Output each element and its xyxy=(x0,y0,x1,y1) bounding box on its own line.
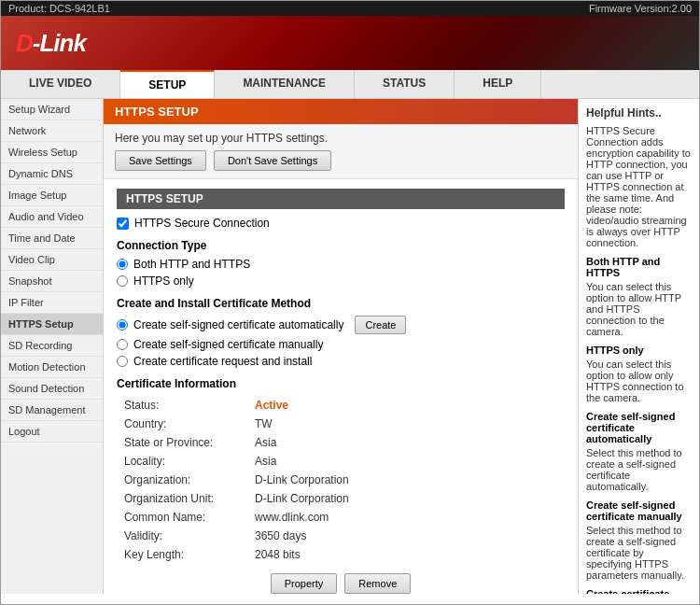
field-label-common-name: Common Name: xyxy=(117,508,247,527)
radio-row-auto: Create self-signed certificate automatic… xyxy=(117,316,565,334)
table-row: Status: Active xyxy=(117,396,565,415)
help-text-2: You can select this option to allow only… xyxy=(586,359,692,403)
help-panel: Helpful Hints.. HTTPS Secure Connection … xyxy=(578,99,699,594)
field-value-org-unit: D-Link Corporation xyxy=(247,489,565,508)
sidebar-item-audio-video[interactable]: Audio and Video xyxy=(1,206,103,228)
table-row: Validity: 3650 days xyxy=(117,527,565,545)
help-section-2: HTTPS only You can select this option to… xyxy=(586,345,692,403)
field-value-common-name: www.dlink.com xyxy=(247,508,565,527)
help-section-1: Both HTTP and HTTPS You can select this … xyxy=(586,256,692,337)
field-value-status: Active xyxy=(247,396,565,415)
radio-request-label: Create certificate request and install xyxy=(133,355,312,368)
radio-request-cert[interactable] xyxy=(117,356,128,367)
sidebar-item-dynamic-dns[interactable]: Dynamic DNS xyxy=(1,163,103,185)
help-section-5: Create certificate request and install xyxy=(586,588,692,594)
field-label-locality: Locality: xyxy=(117,452,247,471)
field-value-org: D-Link Corporation xyxy=(247,471,565,489)
main-layout: Setup Wizard Network Wireless Setup Dyna… xyxy=(1,99,699,594)
connection-type-title: Connection Type xyxy=(117,239,565,252)
cert-info-title: Certificate Information xyxy=(117,377,565,390)
table-row: Key Length: 2048 bits xyxy=(117,545,565,564)
sidebar-item-wireless-setup[interactable]: Wireless Setup xyxy=(1,142,103,163)
sidebar-item-sd-management[interactable]: SD Management xyxy=(1,400,103,421)
radio-row-manual: Create self-signed certificate manually xyxy=(117,338,565,351)
tab-status[interactable]: STATUS xyxy=(355,70,455,98)
intro-btn-row: Save Settings Don't Save Settings xyxy=(115,150,567,171)
field-label-country: Country: xyxy=(117,415,247,433)
field-value-validity: 3650 days xyxy=(247,527,565,545)
tab-setup[interactable]: SETUP xyxy=(120,70,215,98)
field-label-key-length: Key Length: xyxy=(117,545,247,564)
radio-row-https-only: HTTPS only xyxy=(117,274,565,288)
help-section-3: Create self-signed certificate automatic… xyxy=(586,411,692,492)
help-subtitle-4: Create self-signed certificate manually xyxy=(586,499,692,522)
create-button[interactable]: Create xyxy=(355,316,406,334)
table-row: Organization: D-Link Corporation xyxy=(117,471,565,489)
tab-live-video[interactable]: LIVE VIDEO xyxy=(1,70,120,98)
top-bar: Product: DCS-942LB1 Firmware Version:2.0… xyxy=(1,1,699,16)
dont-save-settings-button[interactable]: Don't Save Settings xyxy=(214,150,331,171)
radio-https-only[interactable] xyxy=(117,275,128,287)
help-subtitle-1: Both HTTP and HTTPS xyxy=(586,256,692,278)
radio-both-http-https[interactable] xyxy=(117,259,128,270)
product-label: Product: DCS-942LB1 xyxy=(8,3,110,14)
radio-auto-cert[interactable] xyxy=(117,319,128,331)
sidebar-item-setup-wizard[interactable]: Setup Wizard xyxy=(1,99,103,120)
field-label-state: State or Province: xyxy=(117,433,247,452)
https-secure-checkbox[interactable] xyxy=(117,218,129,230)
https-checkbox-row: HTTPS Secure Connection xyxy=(117,217,565,230)
save-settings-button[interactable]: Save Settings xyxy=(115,150,206,171)
field-label-status: Status: xyxy=(117,396,247,415)
field-value-country: TW xyxy=(247,415,565,433)
section-title-bar: HTTPS SETUP xyxy=(104,99,578,124)
sidebar-item-motion-detection[interactable]: Motion Detection xyxy=(1,357,103,378)
sidebar-item-ip-filter[interactable]: IP Filter xyxy=(1,292,103,314)
sidebar-item-sound-detection[interactable]: Sound Detection xyxy=(1,378,103,400)
radio-https-only-label: HTTPS only xyxy=(133,274,194,288)
sidebar-item-network[interactable]: Network xyxy=(1,120,103,142)
sidebar-item-snapshot[interactable]: Snapshot xyxy=(1,271,103,292)
help-subtitle-5: Create certificate request and install xyxy=(586,588,692,594)
table-row: State or Province: Asia xyxy=(117,433,565,452)
table-row: Locality: Asia xyxy=(117,452,565,471)
table-row: Country: TW xyxy=(117,415,565,433)
tab-maintenance[interactable]: MAINTENANCE xyxy=(215,70,355,98)
sidebar: Setup Wizard Network Wireless Setup Dyna… xyxy=(1,99,104,594)
section-intro: Here you may set up your HTTPS settings.… xyxy=(104,124,578,179)
help-subtitle-2: HTTPS only xyxy=(586,345,692,356)
radio-row-request: Create certificate request and install xyxy=(117,355,565,368)
radio-manual-cert[interactable] xyxy=(117,339,128,350)
table-row: Common Name: www.dlink.com xyxy=(117,508,565,527)
cert-method-title: Create and Install Certificate Method xyxy=(117,297,565,310)
sidebar-item-https-setup[interactable]: HTTPS Setup xyxy=(1,314,103,335)
header: D-Link xyxy=(1,16,699,70)
field-value-state: Asia xyxy=(247,433,565,452)
field-label-validity: Validity: xyxy=(117,527,247,545)
radio-both-label: Both HTTP and HTTPS xyxy=(133,258,250,271)
sidebar-item-sd-recording[interactable]: SD Recording xyxy=(1,335,103,357)
sidebar-item-image-setup[interactable]: Image Setup xyxy=(1,185,103,206)
field-label-org-unit: Organization Unit: xyxy=(117,489,247,508)
connection-type-group: Connection Type Both HTTP and HTTPS HTTP… xyxy=(117,239,565,288)
remove-button[interactable]: Remove xyxy=(344,573,411,594)
table-row: Organization Unit: D-Link Corporation xyxy=(117,489,565,508)
field-value-key-length: 2048 bits xyxy=(247,545,565,564)
help-text-1: You can select this option to allow HTTP… xyxy=(586,281,692,337)
https-secure-label: HTTPS Secure Connection xyxy=(134,217,270,230)
nav-tabs: LIVE VIDEO SETUP MAINTENANCE STATUS HELP xyxy=(1,70,699,99)
tab-help[interactable]: HELP xyxy=(455,70,541,98)
bottom-btn-row: Property Remove xyxy=(117,564,565,594)
field-value-locality: Asia xyxy=(247,452,565,471)
cert-info: Certificate Information Status: Active C… xyxy=(117,377,565,594)
sidebar-item-video-clip[interactable]: Video Clip xyxy=(1,249,103,271)
cert-table: Status: Active Country: TW State or Prov… xyxy=(117,396,565,564)
property-button[interactable]: Property xyxy=(271,573,338,594)
form-section-header: HTTPS SETUP xyxy=(117,189,565,209)
help-section-4: Create self-signed certificate manually … xyxy=(586,499,692,581)
sidebar-item-time-date[interactable]: Time and Date xyxy=(1,228,103,249)
sidebar-item-logout[interactable]: Logout xyxy=(1,421,103,443)
radio-row-http-https: Both HTTP and HTTPS xyxy=(117,258,565,271)
field-label-org: Organization: xyxy=(117,471,247,489)
firmware-label: Firmware Version:2.00 xyxy=(589,3,692,14)
help-title: Helpful Hints.. xyxy=(586,106,692,120)
